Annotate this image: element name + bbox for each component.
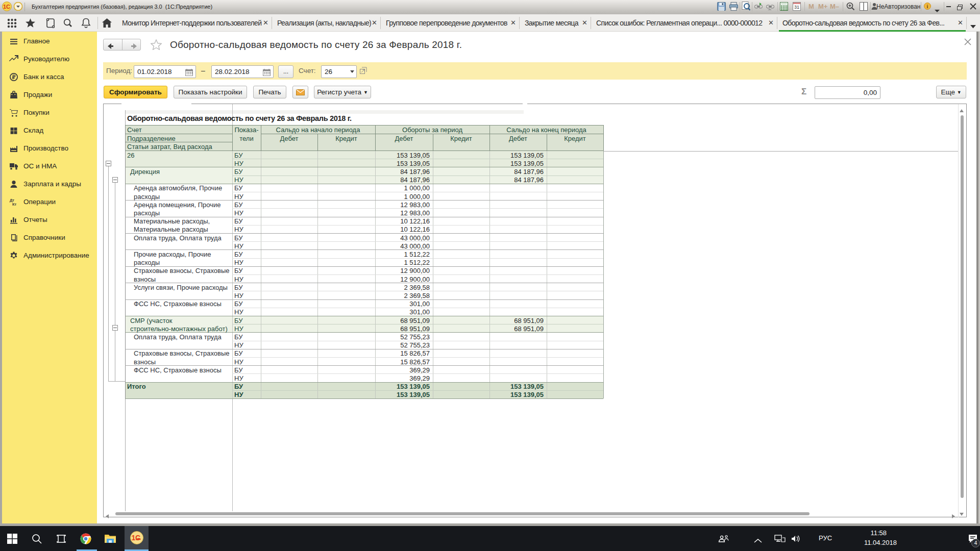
svg-text:Кт: Кт xyxy=(12,202,17,207)
svg-text:1С: 1С xyxy=(3,4,10,10)
svg-text:31: 31 xyxy=(794,5,799,10)
svg-text:С: С xyxy=(135,534,140,542)
svg-text:i: i xyxy=(926,4,928,9)
